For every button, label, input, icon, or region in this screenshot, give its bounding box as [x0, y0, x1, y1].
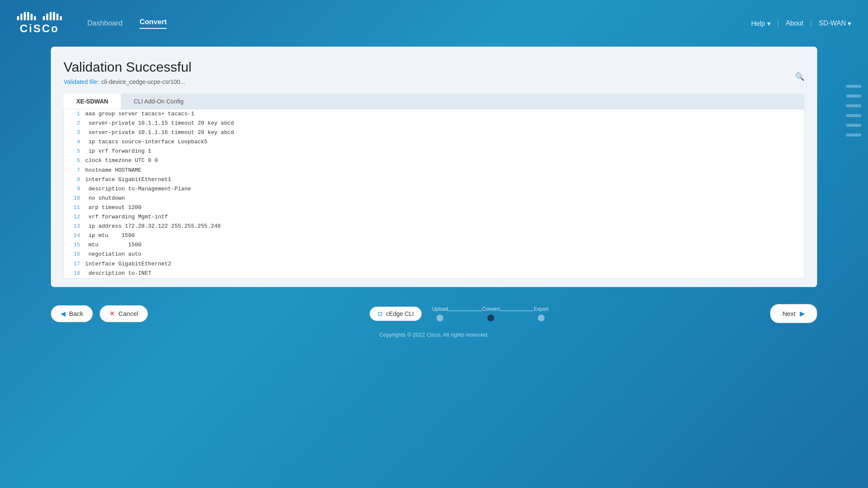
- bar8: [46, 14, 48, 20]
- indicator-6: [846, 134, 861, 137]
- line-number: 3: [64, 128, 85, 137]
- line-code: server-private 10.1.1.16 timeout 20 key …: [85, 128, 804, 137]
- tab-bar: XE-SDWAN CLI Add-On Config: [64, 94, 804, 109]
- page-title: Validation Successful: [64, 59, 192, 75]
- validation-info: Validation Successful Validated file: cl…: [64, 59, 192, 94]
- back-button[interactable]: ◀ Back: [51, 305, 93, 322]
- table-row: 10 no shutdown: [64, 194, 804, 203]
- step-upload-dot: [437, 315, 443, 321]
- bar12: [60, 16, 62, 20]
- step-upload: Upload: [432, 306, 448, 321]
- line-code: description to-Management-Plane: [85, 184, 804, 194]
- table-row: 14 ip mtu 1500: [64, 231, 804, 240]
- line-number: 13: [64, 222, 85, 231]
- bar11: [56, 14, 58, 20]
- step-line-1: [448, 310, 482, 311]
- next-button[interactable]: Next ▶: [770, 304, 817, 323]
- line-code: no shutdown: [85, 194, 804, 203]
- next-label: Next: [782, 310, 796, 317]
- table-row: 2 server-private 10.1.1.15 timeout 20 ke…: [64, 119, 804, 128]
- validated-filename: cli-device_cedge-ucpe-csr100...: [101, 78, 185, 85]
- line-code: aaa group server tacacs+ tacacs-1: [85, 109, 804, 119]
- tab-xe-sdwan[interactable]: XE-SDWAN: [64, 94, 121, 109]
- line-number: 12: [64, 212, 85, 222]
- indicator-4: [846, 114, 861, 117]
- step-line-2: [500, 310, 534, 311]
- main-nav: Dashboard Convert: [87, 18, 167, 29]
- cisco-wordmark: CiSCo: [20, 22, 59, 35]
- sdwan-link[interactable]: SD-WAN ▾: [819, 20, 851, 28]
- cli-badge: ⊡ cEdge CLI: [370, 307, 422, 321]
- back-label: Back: [69, 310, 83, 317]
- cli-badge-icon: ⊡: [378, 310, 383, 317]
- table-row: 13 ip address 172.28.32.122 255.255.255.…: [64, 222, 804, 231]
- step-export-dot: [538, 315, 545, 321]
- line-number: 10: [64, 194, 85, 203]
- line-code: ip vrf forwarding 1: [85, 147, 804, 156]
- bar4: [27, 12, 29, 20]
- code-viewer[interactable]: 1aaa group server tacacs+ tacacs-12 serv…: [64, 109, 804, 279]
- line-number: 4: [64, 137, 85, 147]
- line-code: hostname HOSTNAME: [85, 166, 804, 175]
- line-number: 15: [64, 240, 85, 250]
- nav-convert[interactable]: Convert: [139, 18, 167, 29]
- copyright-text: Copyrights © 2022 Cisco. All rights rese…: [0, 332, 868, 346]
- cancel-x-icon: ✕: [109, 310, 115, 318]
- tab-cli-addon[interactable]: CLI Add-On Config: [121, 94, 196, 109]
- main-card: Validation Successful Validated file: cl…: [51, 47, 817, 287]
- line-number: 8: [64, 175, 85, 184]
- table-row: 18 description to-INET: [64, 269, 804, 278]
- step-export-label: Export: [534, 306, 548, 312]
- table-row: 9 description to-Management-Plane: [64, 184, 804, 194]
- validated-label: Validated file:: [64, 78, 99, 85]
- bar3: [24, 12, 26, 20]
- line-code: ip mtu 1500: [85, 231, 804, 240]
- card-header-row: Validation Successful Validated file: cl…: [64, 59, 804, 94]
- table-row: 17interface GigabitEthernet2: [64, 259, 804, 269]
- table-row: 11 arp timeout 1200: [64, 203, 804, 212]
- indicator-3: [846, 104, 861, 107]
- line-number: 1: [64, 109, 85, 119]
- search-icon[interactable]: 🔍: [795, 72, 804, 81]
- next-arrow-icon: ▶: [800, 310, 805, 318]
- about-link[interactable]: About: [786, 20, 804, 27]
- table-row: 15 mtu 1500: [64, 240, 804, 250]
- line-code: description to-INET: [85, 269, 804, 278]
- line-code: no shutdown: [85, 278, 804, 279]
- step-convert-label: Convert: [482, 306, 500, 312]
- app-header: CiSCo Dashboard Convert Help ▾ | About |…: [0, 0, 868, 47]
- bar5: [31, 14, 33, 20]
- line-number: 7: [64, 166, 85, 175]
- bar7: [43, 16, 45, 20]
- help-link[interactable]: Help ▾: [751, 20, 770, 28]
- right-indicators: [846, 85, 861, 137]
- line-code: interface GigabitEthernet1: [85, 175, 804, 184]
- wizard-progress: ⊡ cEdge CLI Upload Convert Export: [148, 306, 770, 321]
- table-row: 16 negotiation auto: [64, 250, 804, 259]
- line-code: interface GigabitEthernet2: [85, 259, 804, 269]
- progress-track: Upload Convert Export: [432, 306, 548, 321]
- back-arrow-icon: ◀: [61, 310, 66, 318]
- line-number: 19: [64, 278, 85, 279]
- step-convert-dot: [487, 315, 494, 321]
- cisco-logo: CiSCo: [17, 12, 62, 35]
- bar10: [53, 12, 55, 20]
- line-code: clock timezone UTC 0 0: [85, 156, 804, 165]
- bar2: [20, 14, 22, 20]
- cancel-button[interactable]: ✕ Cancel: [100, 305, 148, 322]
- line-code: server-private 10.1.1.15 timeout 20 key …: [85, 119, 804, 128]
- table-row: 1aaa group server tacacs+ tacacs-1: [64, 109, 804, 119]
- line-number: 6: [64, 156, 85, 165]
- table-row: 19 no shutdown: [64, 278, 804, 279]
- nav-dashboard[interactable]: Dashboard: [87, 19, 122, 28]
- line-number: 2: [64, 119, 85, 128]
- line-number: 14: [64, 231, 85, 240]
- bar6: [34, 16, 36, 20]
- indicator-2: [846, 95, 861, 98]
- line-number: 11: [64, 203, 85, 212]
- cancel-label: Cancel: [118, 310, 138, 317]
- indicator-5: [846, 124, 861, 127]
- cli-badge-label: cEdge CLI: [386, 310, 414, 317]
- line-code: negotiation auto: [85, 250, 804, 259]
- line-code: vrf forwarding Mgmt-intf: [85, 212, 804, 222]
